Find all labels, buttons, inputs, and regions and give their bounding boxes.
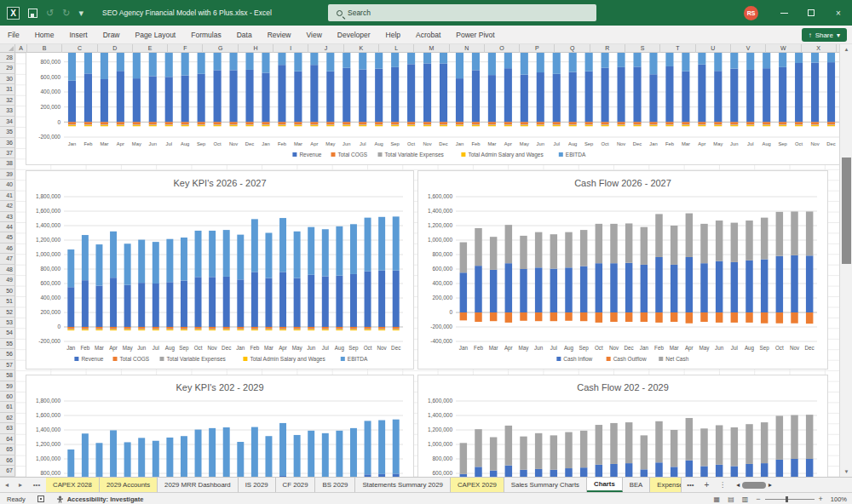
bar-segment-revenue[interactable] bbox=[310, 65, 318, 122]
chart-key-kpi-2028-2029[interactable]: Key KPI's 202 - 2029-200,0000200,000400,… bbox=[26, 375, 414, 477]
row-header-33[interactable]: 33 bbox=[0, 106, 15, 116]
ribbon-tab-developer[interactable]: Developer bbox=[330, 26, 378, 44]
bar-segment-total-cogs[interactable] bbox=[375, 122, 383, 124]
bar-segment-total-variable-expenses[interactable] bbox=[521, 124, 528, 125]
bar-segment-total-cogs[interactable] bbox=[569, 122, 577, 124]
bar-segment-ebitda[interactable] bbox=[365, 218, 371, 272]
bar-segment-revenue[interactable] bbox=[569, 72, 577, 123]
bar-segment-ebitda[interactable] bbox=[714, 53, 722, 71]
bar-segment-total-cogs[interactable] bbox=[166, 327, 173, 329]
bar-segment-total-admin-salary-and-wages[interactable] bbox=[153, 329, 159, 330]
bar-segment-total-admin-salary-and-wages[interactable] bbox=[378, 329, 385, 330]
bar-segment-ebitda[interactable] bbox=[223, 427, 230, 477]
column-header-p[interactable]: P bbox=[520, 44, 555, 53]
bar-segment-ebitda[interactable] bbox=[423, 53, 431, 63]
bar-segment-ebitda[interactable] bbox=[279, 423, 286, 476]
bar-segment-total-cogs[interactable] bbox=[82, 327, 89, 329]
bar-segment-total-cogs[interactable] bbox=[294, 327, 301, 329]
bar-segment-revenue[interactable] bbox=[602, 68, 609, 123]
bar-segment-cash-inflow[interactable] bbox=[610, 263, 617, 312]
bar-segment-total-variable-expenses[interactable] bbox=[279, 329, 286, 329]
sheet-tab-charts[interactable]: Charts bbox=[587, 478, 623, 492]
bar-segment-total-variable-expenses[interactable] bbox=[569, 124, 577, 125]
page-layout-view-icon[interactable]: ▤ bbox=[728, 495, 734, 503]
bar-segment-ebitda[interactable] bbox=[67, 249, 74, 287]
bar-segment-total-admin-salary-and-wages[interactable] bbox=[326, 125, 334, 126]
bar-segment-total-variable-expenses[interactable] bbox=[537, 124, 544, 125]
bar-segment-ebitda[interactable] bbox=[209, 231, 216, 277]
bar-segment-ebitda[interactable] bbox=[378, 217, 385, 271]
bar-segment-net-cash[interactable] bbox=[641, 227, 648, 265]
ribbon-tab-review[interactable]: Review bbox=[260, 26, 299, 44]
row-header-54[interactable]: 54 bbox=[0, 328, 15, 338]
bar-segment-total-admin-salary-and-wages[interactable] bbox=[124, 329, 131, 330]
bar-segment-total-admin-salary-and-wages[interactable] bbox=[359, 125, 366, 126]
bar-segment-total-cogs[interactable] bbox=[378, 327, 385, 329]
bar-segment-ebitda[interactable] bbox=[730, 53, 738, 69]
bar-segment-revenue[interactable] bbox=[698, 65, 705, 123]
bar-segment-ebitda[interactable] bbox=[746, 53, 754, 70]
chart-key-kpi-2026-2027[interactable]: Key KPI's 2026 - 2027-200,0000200,000400… bbox=[26, 170, 414, 369]
sheet-tab-bs-2029[interactable]: BS 2029 bbox=[315, 478, 355, 492]
bar-segment-total-variable-expenses[interactable] bbox=[117, 124, 124, 125]
bar-segment-revenue[interactable] bbox=[82, 280, 89, 327]
bar-segment-cash-inflow[interactable] bbox=[550, 269, 557, 312]
row-header-57[interactable]: 57 bbox=[0, 360, 15, 370]
bar-segment-total-admin-salary-and-wages[interactable] bbox=[68, 125, 76, 126]
bar-segment-total-cogs[interactable] bbox=[101, 122, 108, 124]
bar-segment-total-admin-salary-and-wages[interactable] bbox=[682, 125, 689, 126]
bar-segment-ebitda[interactable] bbox=[350, 224, 357, 274]
bar-segment-net-cash[interactable] bbox=[505, 426, 512, 466]
sheet-tab-2029-mrr-dashboard[interactable]: 2029 MRR Dashboard bbox=[158, 478, 239, 492]
bar-segment-revenue[interactable] bbox=[795, 63, 803, 122]
bar-segment-total-variable-expenses[interactable] bbox=[223, 329, 230, 329]
bar-segment-ebitda[interactable] bbox=[195, 430, 202, 477]
bar-segment-total-cogs[interactable] bbox=[763, 122, 770, 124]
row-header-39[interactable]: 39 bbox=[0, 169, 15, 180]
bar-segment-ebitda[interactable] bbox=[537, 53, 544, 72]
bar-segment-net-cash[interactable] bbox=[655, 421, 662, 462]
bar-segment-total-variable-expenses[interactable] bbox=[336, 329, 343, 329]
bar-segment-ebitda[interactable] bbox=[110, 430, 117, 477]
bar-segment-ebitda[interactable] bbox=[67, 450, 74, 477]
bar-segment-total-cogs[interactable] bbox=[209, 327, 216, 329]
bar-segment-total-variable-expenses[interactable] bbox=[230, 124, 238, 125]
bar-segment-net-cash[interactable] bbox=[671, 430, 677, 467]
bar-segment-ebitda[interactable] bbox=[763, 53, 770, 68]
ribbon-tab-page-layout[interactable]: Page Layout bbox=[128, 26, 184, 44]
bar-segment-total-cogs[interactable] bbox=[618, 122, 625, 124]
bar-segment-cash-inflow[interactable] bbox=[791, 459, 797, 477]
bar-segment-ebitda[interactable] bbox=[456, 53, 463, 78]
bar-segment-revenue[interactable] bbox=[521, 75, 528, 123]
bar-segment-total-variable-expenses[interactable] bbox=[378, 329, 385, 329]
bar-segment-cash-inflow[interactable] bbox=[475, 266, 481, 312]
bar-segment-total-admin-salary-and-wages[interactable] bbox=[166, 329, 173, 330]
bar-segment-revenue[interactable] bbox=[585, 72, 593, 123]
bar-segment-total-cogs[interactable] bbox=[779, 122, 786, 124]
column-header-t[interactable]: T bbox=[660, 44, 695, 53]
bar-segment-cash-outflow[interactable] bbox=[535, 312, 542, 321]
bar-segment-total-variable-expenses[interactable] bbox=[101, 124, 108, 125]
bar-segment-net-cash[interactable] bbox=[731, 427, 738, 466]
bar-segment-revenue[interactable] bbox=[265, 278, 272, 327]
bar-segment-total-variable-expenses[interactable] bbox=[730, 124, 738, 125]
zoom-level[interactable]: 100% bbox=[831, 495, 847, 503]
bar-segment-total-variable-expenses[interactable] bbox=[265, 329, 272, 329]
bar-segment-total-admin-salary-and-wages[interactable] bbox=[393, 329, 400, 330]
bar-segment-net-cash[interactable] bbox=[791, 211, 797, 255]
bar-segment-cash-inflow[interactable] bbox=[776, 256, 783, 312]
ribbon-tab-formulas[interactable]: Formulas bbox=[183, 26, 228, 44]
bar-segment-revenue[interactable] bbox=[407, 64, 415, 122]
bar-segment-ebitda[interactable] bbox=[278, 53, 285, 65]
bar-segment-ebitda[interactable] bbox=[665, 53, 673, 66]
bar-segment-total-variable-expenses[interactable] bbox=[245, 124, 253, 125]
previous-sheet-icon[interactable]: ◂ bbox=[0, 478, 14, 492]
bar-segment-cash-inflow[interactable] bbox=[806, 459, 813, 477]
row-header-31[interactable]: 31 bbox=[0, 84, 15, 94]
bar-segment-revenue[interactable] bbox=[456, 78, 463, 122]
bar-segment-total-admin-salary-and-wages[interactable] bbox=[223, 329, 230, 330]
bar-segment-revenue[interactable] bbox=[504, 68, 512, 122]
bar-segment-ebitda[interactable] bbox=[82, 433, 89, 477]
bar-segment-ebitda[interactable] bbox=[375, 53, 383, 69]
bar-segment-cash-inflow[interactable] bbox=[731, 262, 738, 312]
